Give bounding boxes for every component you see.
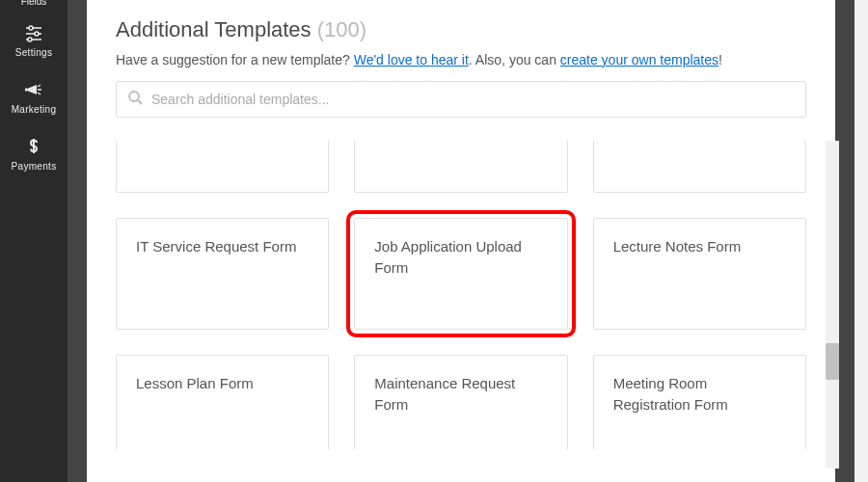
inner-scrollbar-track[interactable] xyxy=(826,141,839,469)
suggestion-link[interactable]: We'd love to hear it xyxy=(354,52,469,67)
template-card-title: Maintenance Request Form xyxy=(374,373,547,415)
megaphone-icon xyxy=(24,81,43,100)
heading-text: Additional Templates xyxy=(116,17,312,41)
outer-scrollbar[interactable] xyxy=(854,0,868,482)
sidebar-item-marketing[interactable]: Marketing xyxy=(0,69,68,126)
template-card[interactable] xyxy=(593,141,806,193)
svg-point-5 xyxy=(28,38,32,41)
template-card-title: Lecture Notes Form xyxy=(613,236,786,257)
svg-point-1 xyxy=(29,26,33,30)
sidebar: Fields Settings Marketing xyxy=(0,0,68,482)
template-card-title: Meeting Room Registration Form xyxy=(613,373,786,415)
dollar-icon xyxy=(27,138,41,157)
template-card[interactable]: Meeting Room Registration Form xyxy=(593,355,806,449)
sidebar-item-payments[interactable]: Payments xyxy=(0,126,68,183)
templates-panel: Additional Templates (100) Have a sugges… xyxy=(87,0,835,482)
panel-subtext: Have a suggestion for a new template? We… xyxy=(116,52,806,67)
search-input[interactable] xyxy=(116,81,806,118)
search-wrap xyxy=(116,81,806,118)
template-card[interactable]: Lesson Plan Form xyxy=(116,355,329,449)
svg-point-3 xyxy=(35,32,39,36)
template-card-title: Job Application Upload Form xyxy=(374,236,547,279)
svg-rect-6 xyxy=(25,89,27,92)
sidebar-item-label: Payments xyxy=(12,161,57,172)
sidebar-item-label: Marketing xyxy=(12,104,57,115)
template-card[interactable]: IT Service Request Form xyxy=(116,218,329,330)
heading-count: (100) xyxy=(317,17,366,41)
svg-point-8 xyxy=(129,92,139,101)
create-own-link[interactable]: create your own templates xyxy=(560,52,719,67)
svg-line-9 xyxy=(138,100,142,104)
sidebar-item-settings[interactable]: Settings xyxy=(0,13,68,69)
sidebar-item-fields-label: Fields xyxy=(0,0,68,13)
template-card[interactable]: Feedback Form xyxy=(116,141,329,193)
template-card[interactable]: Form xyxy=(354,141,567,193)
inner-scrollbar-thumb[interactable] xyxy=(826,343,839,380)
template-card-title: Lesson Plan Form xyxy=(136,373,309,394)
sidebar-item-label: Settings xyxy=(15,47,53,58)
main-area: Additional Templates (100) Have a sugges… xyxy=(68,0,854,482)
search-icon xyxy=(127,90,143,109)
template-card-title: IT Service Request Form xyxy=(136,236,309,257)
sliders-icon xyxy=(24,24,43,43)
panel-heading: Additional Templates (100) xyxy=(116,17,806,42)
template-card[interactable]: Maintenance Request Form xyxy=(354,355,567,449)
template-grid: Feedback FormFormIT Service Request Form… xyxy=(116,141,806,449)
template-card[interactable]: Job Application Upload Form xyxy=(354,218,567,330)
template-card[interactable]: Lecture Notes Form xyxy=(593,218,806,330)
